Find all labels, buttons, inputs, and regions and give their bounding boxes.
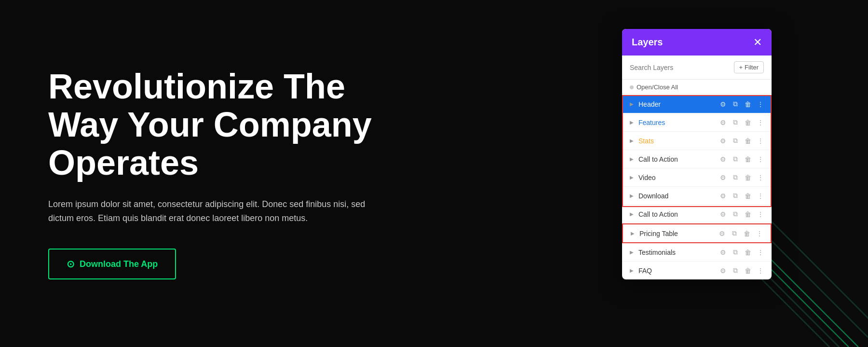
delete-icon[interactable]: 🗑: [744, 249, 752, 256]
layer-name: Call to Action: [638, 155, 719, 163]
layer-item-pricing-table[interactable]: ▶ Pricing Table ⚙ ⧉ 🗑 ⋮: [622, 223, 772, 243]
expand-icon: ▶: [629, 138, 635, 144]
expand-icon: ▶: [629, 268, 635, 274]
copy-icon[interactable]: ⧉: [731, 100, 740, 108]
copy-icon[interactable]: ⧉: [731, 137, 740, 145]
layer-actions: ⚙ ⧉ 🗑 ⋮: [718, 229, 764, 237]
layer-actions: ⚙ ⧉ 🗑 ⋮: [719, 210, 765, 218]
layer-name: Call to Action: [638, 210, 719, 218]
more-icon[interactable]: ⋮: [756, 210, 765, 218]
layer-name: Stats: [638, 137, 719, 145]
open-close-label: Open/Close All: [637, 83, 678, 91]
delete-icon[interactable]: 🗑: [744, 155, 752, 163]
layer-item[interactable]: ▶ Stats ⚙ ⧉ 🗑 ⋮: [622, 132, 772, 150]
layer-actions: ⚙ ⧉ 🗑 ⋮: [719, 192, 765, 200]
more-icon[interactable]: ⋮: [756, 100, 765, 108]
layer-item[interactable]: ▶ Call to Action ⚙ ⧉ 🗑 ⋮: [622, 205, 772, 223]
download-app-button[interactable]: ⊙ Download The App: [48, 249, 176, 279]
hero-description: Lorem ipsum dolor sit amet, consectetur …: [48, 197, 366, 225]
expand-icon: ▶: [629, 193, 635, 199]
delete-icon[interactable]: 🗑: [744, 100, 752, 108]
settings-icon[interactable]: ⚙: [719, 155, 727, 163]
layer-actions: ⚙ ⧉ 🗑 ⋮: [719, 137, 765, 145]
delete-icon[interactable]: 🗑: [743, 230, 751, 237]
layer-actions: ⚙ ⧉ 🗑 ⋮: [719, 118, 765, 126]
layers-filter-button[interactable]: + Filter: [734, 61, 764, 73]
expand-icon: ▶: [629, 156, 635, 162]
layer-item[interactable]: ▶ Call to Action ⚙ ⧉ 🗑 ⋮: [622, 150, 772, 168]
copy-icon[interactable]: ⧉: [731, 192, 740, 200]
more-icon[interactable]: ⋮: [756, 155, 765, 163]
layer-item[interactable]: ▶ Header ⚙ ⧉ 🗑 ⋮: [622, 95, 772, 113]
more-icon[interactable]: ⋮: [756, 174, 765, 181]
layers-list-wrapper: ▶ Header ⚙ ⧉ 🗑 ⋮ ▶ Features ⚙ ⧉ 🗑 ⋮: [622, 95, 772, 279]
hero-section: Revolutionize The Way Your Company Opera…: [0, 29, 458, 318]
red-arrow-pointer: [622, 107, 625, 121]
layers-search-input[interactable]: [630, 64, 730, 71]
expand-icon: ▶: [629, 250, 635, 255]
filter-icon: +: [739, 64, 743, 71]
layers-search-bar: + Filter: [622, 56, 772, 80]
more-icon[interactable]: ⋮: [756, 137, 765, 145]
layers-list: ▶ Header ⚙ ⧉ 🗑 ⋮ ▶ Features ⚙ ⧉ 🗑 ⋮: [622, 95, 772, 279]
layer-item[interactable]: ▶ Testimonials ⚙ ⧉ 🗑 ⋮: [622, 243, 772, 262]
expand-icon: ▶: [629, 120, 635, 125]
layer-name: Features: [638, 119, 719, 126]
layers-close-button[interactable]: ✕: [753, 37, 762, 48]
layers-panel-title: Layers: [632, 37, 663, 48]
download-icon: ⊙: [67, 258, 75, 270]
copy-icon[interactable]: ⧉: [731, 118, 740, 126]
download-button-label: Download The App: [80, 259, 158, 269]
copy-icon[interactable]: ⧉: [731, 210, 740, 218]
delete-icon[interactable]: 🗑: [744, 119, 752, 126]
delete-icon[interactable]: 🗑: [744, 210, 752, 218]
layers-panel: Layers ✕ + Filter Open/Close All ▶ Heade…: [622, 29, 772, 279]
more-icon[interactable]: ⋮: [756, 192, 765, 200]
layer-name: Pricing Table: [639, 230, 718, 237]
copy-icon[interactable]: ⧉: [731, 248, 740, 256]
copy-icon[interactable]: ⧉: [731, 155, 740, 163]
settings-icon[interactable]: ⚙: [719, 192, 727, 200]
layer-name: Header: [638, 100, 719, 108]
layer-name: Testimonials: [638, 249, 719, 256]
more-icon[interactable]: ⋮: [755, 230, 764, 237]
settings-icon[interactable]: ⚙: [719, 267, 727, 275]
layer-name: Video: [638, 174, 719, 181]
layer-item[interactable]: ▶ Download ⚙ ⧉ 🗑 ⋮: [622, 187, 772, 205]
settings-icon[interactable]: ⚙: [719, 100, 727, 108]
layer-name: FAQ: [638, 267, 719, 275]
open-close-all[interactable]: Open/Close All: [622, 80, 772, 95]
layer-actions: ⚙ ⧉ 🗑 ⋮: [719, 155, 765, 163]
settings-icon[interactable]: ⚙: [719, 174, 727, 181]
layer-actions: ⚙ ⧉ 🗑 ⋮: [719, 173, 765, 181]
bullet-icon: [630, 85, 634, 89]
hero-title: Revolutionize The Way Your Company Opera…: [48, 68, 410, 182]
settings-icon[interactable]: ⚙: [719, 137, 727, 145]
layer-item[interactable]: ▶ FAQ ⚙ ⧉ 🗑 ⋮: [622, 262, 772, 279]
layer-actions: ⚙ ⧉ 🗑 ⋮: [719, 100, 765, 108]
more-icon[interactable]: ⋮: [756, 267, 765, 275]
settings-icon[interactable]: ⚙: [719, 249, 727, 256]
settings-icon[interactable]: ⚙: [719, 210, 727, 218]
expand-icon: ▶: [630, 231, 636, 236]
settings-icon[interactable]: ⚙: [719, 119, 727, 126]
layer-actions: ⚙ ⧉ 🗑 ⋮: [719, 266, 765, 275]
more-icon[interactable]: ⋮: [756, 249, 765, 256]
layer-name: Download: [638, 192, 719, 200]
expand-icon: ▶: [629, 101, 635, 107]
expand-icon: ▶: [629, 175, 635, 180]
layer-actions: ⚙ ⧉ 🗑 ⋮: [719, 248, 765, 256]
settings-icon[interactable]: ⚙: [718, 230, 726, 237]
delete-icon[interactable]: 🗑: [744, 174, 752, 181]
expand-icon: ▶: [629, 211, 635, 217]
delete-icon[interactable]: 🗑: [744, 267, 752, 275]
more-icon[interactable]: ⋮: [756, 119, 765, 126]
copy-icon[interactable]: ⧉: [731, 266, 740, 275]
layer-item[interactable]: ▶ Features ⚙ ⧉ 🗑 ⋮: [622, 113, 772, 132]
filter-label: Filter: [745, 64, 759, 71]
layer-item[interactable]: ▶ Video ⚙ ⧉ 🗑 ⋮: [622, 168, 772, 187]
copy-icon[interactable]: ⧉: [730, 229, 739, 237]
delete-icon[interactable]: 🗑: [744, 192, 752, 200]
copy-icon[interactable]: ⧉: [731, 173, 740, 181]
delete-icon[interactable]: 🗑: [744, 137, 752, 145]
